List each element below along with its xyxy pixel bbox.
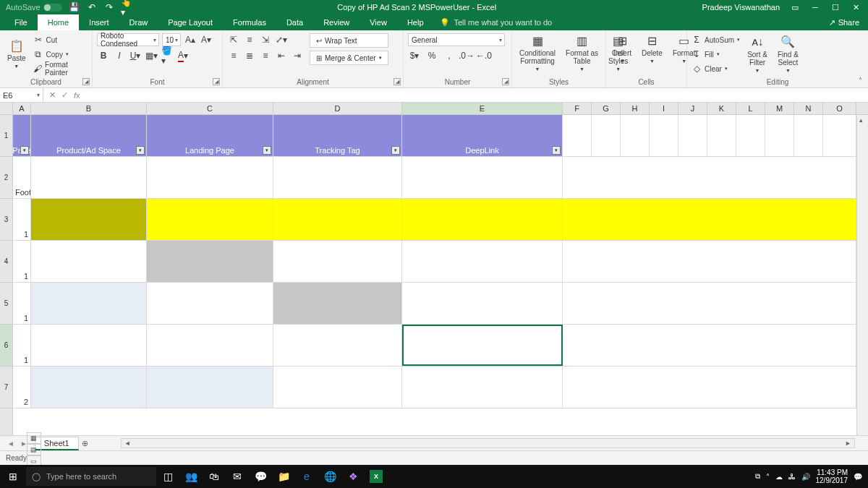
clipboard-launcher[interactable]: ◢ [82, 78, 90, 85]
col-header-I[interactable]: I [650, 103, 678, 114]
font-name-combo[interactable]: Roboto Condensed [97, 33, 159, 46]
col-header-D[interactable]: D [273, 103, 402, 114]
tell-me-search[interactable]: 💡 Tell me what you want to do [440, 18, 553, 27]
name-box[interactable]: E6 [0, 88, 43, 102]
view-page-layout-icon[interactable]: ▤ [27, 444, 41, 455]
ribbon-display-icon[interactable]: ▭ [790, 2, 800, 12]
view-normal-icon[interactable]: ▦ [27, 432, 41, 444]
tab-review[interactable]: Review [313, 14, 359, 30]
row-header-5[interactable]: 5 [0, 283, 12, 325]
number-format-combo[interactable]: General [408, 33, 505, 46]
cell-B6[interactable] [31, 325, 147, 366]
cancel-formula-icon[interactable]: ✕ [49, 90, 56, 100]
cell-rest-4[interactable] [563, 241, 856, 282]
edge-icon[interactable]: e [295, 471, 318, 482]
tray-app-icon[interactable]: ⧉ [755, 472, 760, 481]
cell-I1[interactable] [650, 115, 678, 156]
cell-E2[interactable] [402, 157, 563, 198]
cell-F1[interactable] [563, 115, 592, 156]
horizontal-scrollbar[interactable]: ◄► [121, 438, 855, 448]
row-header-6[interactable]: 6 [0, 325, 12, 367]
cell-rest-2[interactable] [563, 157, 856, 198]
insert-cells-button[interactable]: ⊞Insert▼ [610, 32, 634, 65]
clear-button[interactable]: ◇Clear▾ [692, 62, 740, 75]
tray-clock[interactable]: 11:43 PM 12/9/2017 [816, 468, 848, 484]
align-right-icon[interactable]: ≡ [259, 49, 272, 62]
filter-icon[interactable]: ▾ [552, 146, 561, 155]
orientation-icon[interactable]: ⤢▾ [275, 33, 288, 46]
tray-network-icon[interactable]: 🖧 [788, 473, 796, 481]
cell-B1[interactable]: Product/Ad Space▾ [31, 115, 147, 156]
cell-D4[interactable] [273, 241, 402, 282]
cell-O1[interactable] [823, 115, 856, 156]
start-button[interactable]: ⊞ [0, 471, 26, 482]
cell-rest-5[interactable] [563, 283, 856, 324]
fill-color-button[interactable]: 🪣▾ [161, 49, 174, 62]
filter-icon[interactable]: ▾ [263, 146, 271, 155]
cell-E5[interactable] [402, 283, 563, 324]
user-name[interactable]: Pradeep Viswanathan [702, 3, 780, 12]
col-header-L[interactable]: L [736, 103, 765, 114]
font-launcher[interactable]: ◢ [213, 78, 220, 85]
tab-insert[interactable]: Insert [79, 14, 119, 30]
cell-C4[interactable] [147, 241, 273, 282]
cell-C6[interactable] [147, 325, 273, 366]
filter-icon[interactable]: ▾ [391, 146, 400, 155]
tray-notifications-icon[interactable]: 💬 [854, 473, 862, 481]
copy-button[interactable]: ⧉Copy▾ [33, 48, 88, 61]
cell-B2[interactable] [31, 157, 147, 198]
font-color-button[interactable]: A▾ [176, 49, 190, 62]
cell-E6[interactable] [402, 325, 563, 366]
cell-A7[interactable]: 2 [13, 367, 31, 408]
italic-button[interactable]: I [113, 49, 126, 62]
col-header-C[interactable]: C [147, 103, 273, 114]
store-icon[interactable]: 🛍 [203, 471, 226, 482]
cell-rest-6[interactable] [563, 325, 856, 366]
decrease-font-icon[interactable]: A▾ [200, 33, 213, 46]
increase-indent-icon[interactable]: ⇥ [291, 49, 304, 62]
col-header-H[interactable]: H [621, 103, 650, 114]
tab-page-layout[interactable]: Page Layout [158, 14, 223, 30]
accounting-icon[interactable]: $▾ [408, 49, 421, 62]
vertical-scrollbar[interactable] [856, 115, 868, 450]
task-view-icon[interactable]: ◫ [156, 471, 179, 482]
slack-icon[interactable]: ❖ [341, 471, 365, 482]
cell-B3[interactable] [31, 199, 147, 240]
decrease-indent-icon[interactable]: ⇤ [275, 49, 288, 62]
cell-D7[interactable] [273, 367, 402, 408]
col-header-A[interactable]: A [13, 103, 31, 114]
undo-icon[interactable]: ↶ [87, 2, 97, 12]
fx-icon[interactable]: fx [74, 91, 80, 100]
increase-decimal-icon[interactable]: .0→ [460, 49, 473, 62]
collapse-ribbon-icon[interactable]: ˄ [859, 77, 862, 85]
tab-home[interactable]: Home [38, 14, 79, 30]
mail-icon[interactable]: ✉ [226, 471, 249, 482]
percent-icon[interactable]: % [425, 49, 438, 62]
cell-C5[interactable] [147, 283, 273, 324]
cell-rest-7[interactable] [563, 367, 856, 408]
autosum-button[interactable]: ΣAutoSum▾ [692, 33, 740, 46]
col-header-N[interactable]: N [794, 103, 823, 114]
cell-A2[interactable]: Footer [13, 157, 31, 198]
enter-formula-icon[interactable]: ✓ [61, 90, 68, 100]
messenger-icon[interactable]: 💬 [249, 471, 272, 482]
cell-H1[interactable] [621, 115, 650, 156]
paste-button[interactable]: 📋 Paste▼ [4, 32, 29, 75]
find-select-button[interactable]: 🔍Find & Select▼ [775, 32, 801, 75]
tab-formulas[interactable]: Formulas [223, 14, 276, 30]
cell-A5[interactable]: 1 [13, 283, 31, 324]
redo-icon[interactable]: ↷ [104, 2, 114, 12]
col-header-M[interactable]: M [765, 103, 794, 114]
cell-N1[interactable] [794, 115, 823, 156]
align-middle-icon[interactable]: ≡ [243, 33, 256, 46]
cell-A4[interactable]: 1 [13, 241, 31, 282]
excel-taskbar-icon[interactable]: X [365, 470, 388, 483]
cell-D2[interactable] [273, 157, 402, 198]
cells[interactable]: Page▾ Product/Ad Space▾ Landing Page▾ Tr… [13, 115, 856, 450]
filter-icon[interactable]: ▾ [136, 146, 145, 155]
align-top-icon[interactable]: ⇱ [227, 33, 240, 46]
minimize-icon[interactable]: ─ [810, 2, 820, 12]
col-header-B[interactable]: B [31, 103, 147, 114]
cell-D5[interactable] [273, 283, 402, 324]
share-button[interactable]: ↗ Share [829, 18, 868, 27]
